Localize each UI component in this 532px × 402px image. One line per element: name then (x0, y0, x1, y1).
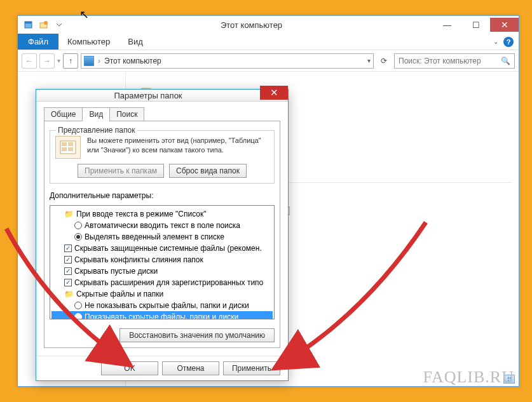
qat-dropdown-icon[interactable] (52, 18, 66, 32)
help-icon[interactable]: ? (503, 37, 514, 47)
search-input[interactable] (399, 57, 501, 65)
titlebar: Этот компьютер — ☐ ✕ (18, 16, 519, 34)
check-hide-ext[interactable]: ✓Скрывать расширения для зарегистрирован… (51, 277, 273, 288)
checkbox-icon: ✓ (64, 267, 72, 275)
dialog-title: Параметры папок (36, 91, 260, 100)
folder-views-group: Представление папок Вы можете применить … (50, 130, 275, 184)
watermark: FAQLIB.RU (423, 368, 514, 387)
maximize-button[interactable]: ☐ (461, 18, 490, 32)
svg-rect-22 (62, 147, 67, 151)
dialog-titlebar: Параметры папок ✕ (36, 90, 288, 102)
tree-node-list-input: 📁При вводе текста в режиме "Список" (51, 208, 273, 220)
cancel-button[interactable]: Отмена (162, 361, 219, 375)
ribbon-tab-computer[interactable]: Компьютер (58, 34, 119, 50)
qat-properties-icon[interactable] (22, 18, 36, 32)
folder-icon: 📁 (64, 288, 74, 300)
folder-icon: 📁 (64, 208, 74, 220)
checkbox-icon: ✓ (64, 245, 72, 252)
radio-icon (74, 302, 82, 309)
nav-forward-button[interactable]: → (39, 53, 55, 69)
navbar: ← → ▾ ↑ › Этот компьютер ▾ ⟳ 🔍 (18, 50, 519, 72)
folder-views-icon (55, 136, 81, 159)
address-text: Этот компьютер (104, 57, 364, 65)
radio-icon (74, 233, 82, 241)
computer-icon (84, 56, 94, 66)
restore-defaults-button[interactable]: Восстановить значения по умолчанию (119, 328, 275, 342)
nav-back-button[interactable]: ← (22, 53, 37, 69)
ribbon-tab-view[interactable]: Вид (119, 34, 152, 50)
radio-dont-show-hidden[interactable]: Не показывать скрытые файлы, папки и дис… (51, 300, 273, 311)
nav-up-button[interactable]: ↑ (63, 53, 78, 69)
apply-button[interactable]: Применить (223, 361, 280, 375)
nav-history-dropdown[interactable]: ▾ (57, 57, 60, 64)
checkbox-icon: ✓ (64, 256, 72, 264)
address-bar[interactable]: › Этот компьютер ▾ (81, 53, 374, 69)
advanced-settings-list[interactable]: 📁При вводе текста в режиме "Список" Авто… (50, 205, 275, 319)
folder-options-dialog: Параметры папок ✕ Общие Вид Поиск Предст… (36, 89, 289, 381)
tab-view[interactable]: Вид (82, 107, 110, 121)
dialog-tabs: Общие Вид Поиск (44, 107, 280, 121)
radio-show-hidden[interactable]: Показывать скрытые файлы, папки и диски (51, 311, 273, 319)
search-box[interactable]: 🔍 (394, 53, 515, 69)
apply-to-folders-button: Применить к папкам (78, 164, 164, 178)
chevron-down-icon[interactable]: ⌄ (493, 38, 498, 45)
tab-general[interactable]: Общие (44, 107, 83, 121)
checkbox-icon: ✓ (64, 279, 72, 286)
group-legend: Представление папок (55, 126, 137, 135)
tab-search[interactable]: Поиск (109, 107, 144, 121)
svg-rect-23 (68, 147, 73, 151)
search-icon: 🔍 (501, 57, 510, 65)
reset-folders-button[interactable]: Сброс вида папок (169, 164, 247, 178)
svg-point-3 (44, 21, 48, 25)
ok-button[interactable]: OK (101, 361, 158, 375)
dialog-close-button[interactable]: ✕ (260, 86, 288, 100)
svg-rect-1 (25, 22, 32, 23)
check-hide-merge[interactable]: ✓Скрывать конфликты слияния папок (51, 254, 273, 265)
address-dropdown-icon[interactable]: ▾ (367, 57, 371, 64)
ribbon-tab-file[interactable]: Файл (18, 34, 58, 50)
check-hide-protected[interactable]: ✓Скрывать защищенные системные файлы (ре… (51, 243, 273, 254)
radio-icon (74, 313, 82, 319)
advanced-settings-label: Дополнительные параметры: (50, 191, 275, 200)
breadcrumb-separator: › (98, 57, 100, 65)
radio-icon (74, 222, 82, 229)
radio-auto-search[interactable]: Автоматически вводить текст в поле поиск… (51, 220, 273, 231)
qat-new-folder-icon[interactable] (37, 18, 51, 32)
group-description: Вы можете применить этот вид (например, … (87, 136, 269, 155)
minimize-button[interactable]: — (433, 18, 461, 32)
check-hide-empty[interactable]: ✓Скрывать пустые диски (51, 265, 273, 277)
svg-rect-21 (68, 142, 73, 146)
close-button[interactable]: ✕ (490, 18, 519, 32)
window-title: Этот компьютер (70, 20, 433, 30)
radio-select-entered[interactable]: Выделять введенный элемент в списке (51, 231, 273, 243)
svg-rect-20 (62, 142, 67, 146)
tree-node-hidden-files: 📁Скрытые файлы и папки (51, 288, 273, 300)
ribbon-tabs: Файл Компьютер Вид ⌄ ? (18, 34, 519, 50)
refresh-button[interactable]: ⟳ (376, 54, 392, 68)
